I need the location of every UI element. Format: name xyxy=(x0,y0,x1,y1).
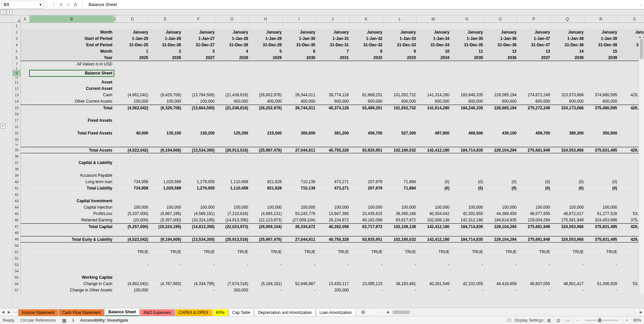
cell[interactable] xyxy=(485,172,518,179)
cell[interactable]: TRUE xyxy=(485,249,518,255)
cell[interactable] xyxy=(351,137,384,143)
cell[interactable]: Change in Cash xyxy=(30,281,114,287)
cell[interactable] xyxy=(585,268,619,274)
cell[interactable] xyxy=(150,61,183,67)
cell[interactable] xyxy=(351,255,384,262)
cell[interactable] xyxy=(485,86,518,92)
cell[interactable]: (4,522,042) xyxy=(117,147,150,153)
cell[interactable] xyxy=(418,198,451,204)
cell[interactable] xyxy=(552,242,585,249)
cell[interactable]: (4,885,131) xyxy=(250,211,283,217)
cell[interactable]: Accaount Payable xyxy=(30,172,114,179)
cell[interactable] xyxy=(518,242,552,249)
cell[interactable] xyxy=(485,153,518,160)
cell[interactable] xyxy=(150,143,183,147)
more-icon[interactable]: ⋮ xyxy=(50,1,57,8)
cell[interactable] xyxy=(351,274,384,281)
cell[interactable] xyxy=(518,70,552,76)
cell[interactable] xyxy=(384,79,418,86)
cell[interactable] xyxy=(250,143,283,147)
cell[interactable] xyxy=(114,249,117,255)
cell[interactable]: 1-Jan-38 xyxy=(552,36,585,42)
cell[interactable]: 51,306,928 xyxy=(585,281,619,287)
accessibility-icon[interactable]: ℹ xyxy=(72,318,74,323)
cell[interactable] xyxy=(283,198,317,204)
cell[interactable] xyxy=(451,111,485,117)
cell[interactable] xyxy=(150,124,183,130)
cell[interactable]: 600,000 xyxy=(451,98,485,105)
cell[interactable]: 456,700 xyxy=(351,130,384,137)
cell[interactable] xyxy=(21,287,30,293)
row-header[interactable]: 40 xyxy=(13,179,21,185)
cell[interactable] xyxy=(283,111,317,117)
row-header[interactable]: 35 xyxy=(13,147,21,153)
cell[interactable] xyxy=(216,67,250,70)
cell[interactable]: 2030 xyxy=(283,55,317,61)
cell[interactable] xyxy=(216,268,250,274)
cell[interactable]: 31-Dec-38 xyxy=(552,42,585,48)
cell[interactable]: 125,300 xyxy=(216,130,250,137)
cell[interactable] xyxy=(114,23,117,29)
column-header[interactable]: G xyxy=(215,15,249,22)
cell[interactable]: - xyxy=(283,262,317,268)
cell[interactable]: (0) xyxy=(418,185,451,192)
cell[interactable]: (13,664,500) xyxy=(183,105,216,111)
cell[interactable]: January xyxy=(283,29,317,36)
cell[interactable] xyxy=(518,76,552,79)
row-header[interactable]: 31 xyxy=(13,124,21,130)
cell[interactable]: 2033 xyxy=(384,55,418,61)
cell[interactable]: 100,000 xyxy=(418,204,451,211)
cell[interactable]: 207,979 xyxy=(351,179,384,185)
cell[interactable] xyxy=(283,268,317,274)
cell[interactable] xyxy=(485,268,518,274)
cell[interactable] xyxy=(117,153,150,160)
cell[interactable]: (7,674,316) xyxy=(216,281,250,287)
cell[interactable] xyxy=(21,117,30,124)
cell[interactable]: 100,000 xyxy=(183,98,216,105)
cell[interactable]: 350,900 xyxy=(585,130,619,137)
cell[interactable] xyxy=(30,268,114,274)
cell[interactable]: 275,681,949 xyxy=(518,147,552,153)
view-page-layout-icon[interactable]: ▥ xyxy=(554,317,562,324)
cell[interactable]: 135,100 xyxy=(150,130,183,137)
cell[interactable] xyxy=(451,153,485,160)
cell[interactable] xyxy=(117,61,150,67)
cell[interactable] xyxy=(283,67,317,70)
cell[interactable] xyxy=(250,86,283,92)
cell[interactable] xyxy=(451,137,485,143)
cell[interactable]: 400,000 xyxy=(283,98,317,105)
cell[interactable] xyxy=(552,230,585,236)
cell[interactable] xyxy=(114,262,117,268)
cell[interactable]: 324,173,666 xyxy=(552,105,585,111)
cell[interactable] xyxy=(114,223,117,230)
cell[interactable] xyxy=(585,111,619,117)
cell[interactable] xyxy=(283,153,317,160)
cell[interactable]: TRUE xyxy=(216,249,250,255)
cell[interactable]: - xyxy=(150,287,183,293)
sheet-tab[interactable]: Cap Table xyxy=(229,309,254,316)
cell[interactable] xyxy=(117,111,150,117)
cell[interactable] xyxy=(418,274,451,281)
cell[interactable] xyxy=(30,143,114,147)
cell[interactable]: 100,000 xyxy=(117,98,150,105)
cell[interactable]: 468,500 xyxy=(451,130,485,137)
cell[interactable] xyxy=(451,124,485,130)
cell[interactable] xyxy=(150,255,183,262)
cell[interactable] xyxy=(418,61,451,67)
cell[interactable] xyxy=(485,117,518,124)
cell[interactable] xyxy=(21,166,30,172)
cell[interactable]: 100,000 xyxy=(518,204,552,211)
cell[interactable] xyxy=(30,262,114,268)
cell[interactable]: 100,000 xyxy=(150,98,183,105)
cell[interactable] xyxy=(418,172,451,179)
view-page-break-icon[interactable]: ▭ xyxy=(564,317,572,324)
cell[interactable] xyxy=(518,153,552,160)
cell[interactable] xyxy=(30,230,114,236)
cell[interactable] xyxy=(150,172,183,179)
cell[interactable] xyxy=(317,192,351,198)
cell[interactable] xyxy=(30,124,114,130)
cell[interactable]: 1-Jan-31 xyxy=(317,36,351,42)
cell[interactable] xyxy=(418,268,451,274)
cell[interactable]: 23,095,123 xyxy=(351,281,384,287)
expand-formula-bar-icon[interactable]: ⌄ xyxy=(638,3,644,6)
